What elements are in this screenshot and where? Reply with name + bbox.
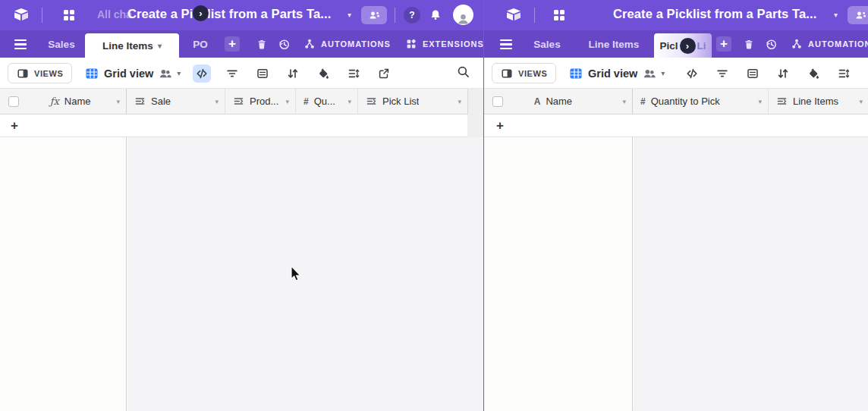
mouse-cursor	[291, 266, 301, 284]
hide-fields-icon[interactable]	[193, 64, 211, 83]
table-tabs-bar: Sales Line Items Picl › Li + AUTOMATIONS	[484, 30, 868, 58]
sidebar-menu-icon[interactable]	[14, 39, 27, 49]
topbar: Create a Picklist from a Parts Ta... ▾	[484, 0, 868, 30]
select-all-cell	[0, 89, 42, 114]
table-header: ƒx Name ▾ Sale ▾ Prod... ▾ #	[0, 89, 483, 115]
grid-body[interactable]	[0, 137, 483, 411]
chevron-down-icon[interactable]: ▾	[834, 11, 838, 19]
chevron-down-icon[interactable]: ▾	[622, 98, 626, 105]
group-icon[interactable]	[747, 67, 759, 80]
column-header-line-items[interactable]: Line Items ▾	[769, 89, 868, 114]
filter-icon[interactable]	[226, 67, 238, 80]
sort-icon[interactable]	[777, 67, 789, 80]
share-button[interactable]	[848, 6, 868, 24]
color-icon[interactable]	[807, 67, 819, 80]
trash-icon[interactable]	[256, 38, 268, 50]
tab-sales[interactable]: Sales	[42, 30, 80, 58]
tab-label: Line Items	[102, 40, 153, 52]
chevron-right-icon: ›	[686, 40, 689, 52]
search-icon[interactable]	[457, 65, 470, 81]
row-height-icon[interactable]	[838, 67, 850, 80]
row-height-icon[interactable]	[348, 67, 360, 80]
grid-area	[127, 137, 483, 411]
column-header-product[interactable]: Prod... ▾	[225, 89, 296, 114]
share-button[interactable]	[361, 6, 387, 24]
column-label: Sale	[151, 96, 171, 107]
sidebar-menu-icon[interactable]	[500, 39, 512, 49]
trash-icon[interactable]	[743, 38, 755, 50]
views-label: VIEWS	[518, 69, 547, 78]
tab-po[interactable]: PO	[184, 30, 217, 58]
tab-pick-list-active[interactable]: Picl › Li	[654, 33, 712, 58]
view-name[interactable]: Grid view	[588, 67, 637, 80]
base-title[interactable]: Create a Picklist from a Parts Ta...	[127, 7, 331, 21]
table-tabs-bar: Sales Line Items ▾ PO › + AUTOMATIONS EX…	[0, 30, 483, 58]
chevron-down-icon[interactable]: ▾	[458, 98, 461, 105]
views-button[interactable]: VIEWS	[492, 63, 556, 83]
app-switcher-icon[interactable]	[554, 10, 565, 20]
color-icon[interactable]	[317, 67, 329, 80]
sort-icon[interactable]	[287, 67, 299, 80]
chevron-down-icon[interactable]: ▾	[177, 69, 181, 77]
history-icon[interactable]	[765, 38, 778, 51]
column-label: Name	[546, 96, 572, 107]
add-row[interactable]: +	[0, 115, 467, 137]
automations-icon[interactable]	[791, 38, 803, 50]
column-label: Qu...	[314, 96, 335, 107]
share-view-icon[interactable]	[378, 67, 390, 80]
chevron-down-icon[interactable]: ▾	[158, 42, 162, 50]
airtable-logo-icon[interactable]	[12, 6, 30, 23]
chevron-down-icon[interactable]: ▾	[348, 98, 351, 105]
frame-left: All cha Create a Picklist from a Parts T…	[0, 0, 483, 411]
add-row-plus-icon[interactable]: +	[496, 118, 504, 133]
airtable-logo-icon[interactable]	[505, 6, 523, 23]
tab-line-items[interactable]: Line Items	[580, 30, 648, 58]
person-icon	[457, 12, 470, 25]
add-row-plus-icon[interactable]: +	[11, 118, 18, 133]
chevron-down-icon[interactable]: ▾	[661, 69, 665, 77]
column-header-name[interactable]: A Name ▾	[527, 89, 632, 114]
user-avatar[interactable]	[453, 5, 473, 25]
grid-body[interactable]	[484, 137, 868, 411]
chevron-down-icon[interactable]: ▾	[116, 98, 120, 105]
group-icon[interactable]	[256, 67, 269, 80]
column-header-quantity-to-pick[interactable]: # Quantity to Pick ▾	[633, 89, 769, 114]
views-panel-icon	[17, 67, 29, 80]
view-name[interactable]: Grid view	[104, 67, 153, 80]
select-all-checkbox[interactable]	[492, 96, 503, 107]
column-header-quantity[interactable]: # Qu... ▾	[296, 89, 358, 114]
select-all-checkbox[interactable]	[8, 96, 19, 107]
extensions-icon[interactable]	[405, 38, 417, 50]
chevron-down-icon[interactable]: ▾	[215, 98, 219, 105]
column-header-sale[interactable]: Sale ▾	[127, 89, 225, 114]
notifications-bell-icon[interactable]	[429, 8, 442, 24]
view-collaborators-icon	[159, 67, 171, 80]
add-row[interactable]: +	[484, 115, 868, 137]
chevron-down-icon[interactable]: ▾	[285, 98, 289, 105]
extensions-button[interactable]: EXTENSIONS	[423, 39, 483, 49]
automations-button[interactable]: AUTOMATIONS	[808, 39, 868, 49]
divider	[395, 8, 395, 23]
chevron-down-icon[interactable]: ▾	[758, 98, 762, 105]
app-switcher-icon[interactable]	[64, 10, 74, 20]
tab-ghost-label: Li	[697, 40, 706, 52]
column-header-name[interactable]: ƒx Name ▾	[42, 89, 126, 114]
automations-icon[interactable]	[303, 38, 316, 50]
chevron-down-icon[interactable]: ▾	[859, 98, 863, 105]
help-icon[interactable]: ?	[404, 7, 420, 24]
automations-button[interactable]: AUTOMATIONS	[321, 39, 391, 49]
hide-fields-icon[interactable]	[686, 67, 698, 80]
airtable-gif-stage: All cha Create a Picklist from a Parts T…	[0, 0, 868, 411]
history-icon[interactable]	[278, 38, 291, 51]
views-button[interactable]: VIEWS	[8, 63, 72, 83]
add-row-band: +	[484, 115, 868, 137]
column-header-pick-list[interactable]: Pick List ▾	[358, 89, 467, 114]
tab-sales[interactable]: Sales	[528, 30, 566, 58]
chevron-down-icon[interactable]: ▾	[348, 11, 351, 19]
base-title[interactable]: Create a Picklist from a Parts Ta...	[613, 7, 816, 21]
add-table-button[interactable]: +	[225, 36, 240, 52]
number-icon: #	[640, 96, 646, 107]
tab-line-items-active[interactable]: Line Items ▾	[85, 33, 179, 58]
add-table-button[interactable]: +	[716, 36, 731, 52]
filter-icon[interactable]	[716, 67, 728, 80]
